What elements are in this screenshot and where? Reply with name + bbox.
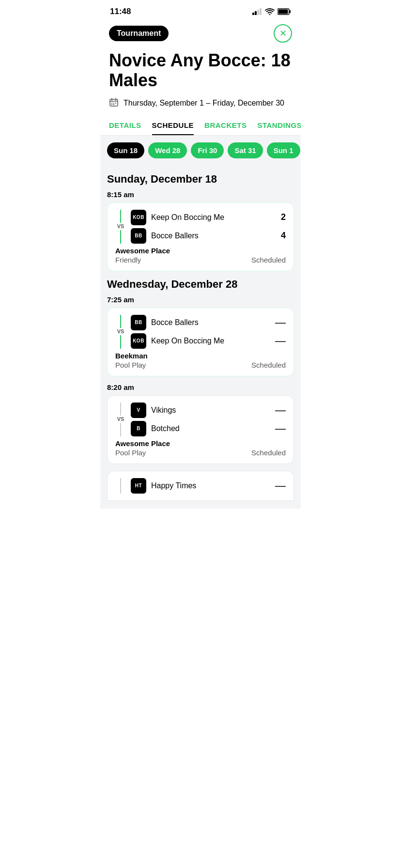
time-label-725: 7:25 am xyxy=(107,295,294,304)
day-pill-wed28[interactable]: Wed 28 xyxy=(148,142,187,158)
date-range: Thursday, September 1 – Friday, December… xyxy=(123,99,284,108)
tab-brackets[interactable]: BRACKETS xyxy=(204,121,247,135)
svg-rect-11 xyxy=(113,104,114,105)
team-score-kob2: — xyxy=(275,335,286,347)
time-label-815: 8:15 am xyxy=(107,190,294,199)
team-score-bb2: — xyxy=(275,316,286,329)
team-badge-kob2: KOB xyxy=(131,333,146,349)
date-row: Thursday, September 1 – Friday, December… xyxy=(109,97,292,109)
team-badge-bb2: BB xyxy=(131,315,146,330)
match-meta-3: Awesome Place Pool Play Scheduled xyxy=(115,439,286,457)
day-pills: Sun 18 Wed 28 Fri 30 Sat 31 Sun 1 Mon 2 xyxy=(100,136,301,165)
time-label-820: 8:20 am xyxy=(107,383,294,391)
match-meta-2: Beekman Pool Play Scheduled xyxy=(115,352,286,369)
vs-column-1: VS xyxy=(115,210,126,244)
header: Tournament ✕ xyxy=(100,20,301,47)
schedule-content: Sunday, December 18 8:15 am VS KOB Keep … xyxy=(100,165,301,509)
match-card-2[interactable]: VS BB Bocce Ballers — KOB Keep On Boccin… xyxy=(107,308,294,376)
svg-rect-0 xyxy=(252,13,254,15)
teams-col-3: V Vikings — B Botched — xyxy=(131,403,286,436)
match-type-3: Pool Play xyxy=(115,449,146,457)
match-card-3[interactable]: VS V Vikings — B Botched — Awesome Place… xyxy=(107,395,294,464)
match-type-1: Friendly xyxy=(115,256,141,264)
day-header-dec18: Sunday, December 18 xyxy=(107,173,294,186)
match-bottom-1: Friendly Scheduled xyxy=(115,256,286,264)
close-icon: ✕ xyxy=(279,28,287,39)
status-bar: 11:48 xyxy=(100,0,301,20)
partial-vs-line xyxy=(120,478,121,494)
partial-card: HT Happy Times — xyxy=(107,471,294,501)
team-score-v: — xyxy=(275,404,286,417)
team-badge-v: V xyxy=(131,403,146,418)
tab-schedule[interactable]: SCHEDULE xyxy=(152,121,194,135)
tournament-badge: Tournament xyxy=(109,26,169,41)
match-card-1[interactable]: VS KOB Keep On Boccing Me 2 BB Bocce Bal… xyxy=(107,202,294,271)
partial-team-badge: HT xyxy=(131,478,146,494)
svg-rect-9 xyxy=(113,103,114,104)
teams-col-2: BB Bocce Ballers — KOB Keep On Boccing M… xyxy=(131,315,286,349)
vs-label-2: VS xyxy=(117,328,124,335)
battery-icon xyxy=(278,8,291,15)
team-row-kob2: KOB Keep On Boccing Me — xyxy=(131,333,286,349)
svg-rect-8 xyxy=(111,103,112,104)
signal-icon xyxy=(252,8,262,15)
vs-line-top-2 xyxy=(120,315,121,328)
status-icons xyxy=(252,8,291,16)
svg-rect-12 xyxy=(115,103,116,104)
team-name-kob: Keep On Boccing Me xyxy=(151,213,271,222)
match-status-3: Scheduled xyxy=(251,449,286,457)
match-location-1: Awesome Place xyxy=(115,247,286,255)
match-type-2: Pool Play xyxy=(115,361,146,369)
day-pill-sun18[interactable]: Sun 18 xyxy=(107,142,144,158)
match-teams-2: VS BB Bocce Ballers — KOB Keep On Boccin… xyxy=(115,315,286,349)
match-teams-1: VS KOB Keep On Boccing Me 2 BB Bocce Bal… xyxy=(115,210,286,244)
match-status-1: Scheduled xyxy=(251,256,286,264)
vs-column-3: VS xyxy=(115,403,126,436)
match-location-3: Awesome Place xyxy=(115,439,286,448)
match-status-2: Scheduled xyxy=(251,361,286,369)
vs-line-top-1 xyxy=(120,210,121,223)
vs-line-bottom-1 xyxy=(120,230,121,244)
match-meta-1: Awesome Place Friendly Scheduled xyxy=(115,247,286,264)
close-button[interactable]: ✕ xyxy=(274,24,292,43)
teams-col-1: KOB Keep On Boccing Me 2 BB Bocce Baller… xyxy=(131,210,286,244)
match-location-2: Beekman xyxy=(115,352,286,360)
match-bottom-3: Pool Play Scheduled xyxy=(115,449,286,457)
day-pill-sat31[interactable]: Sat 31 xyxy=(228,142,262,158)
vs-line-bottom-3 xyxy=(120,423,121,436)
team-score-bb1: 4 xyxy=(276,231,286,241)
day-pill-sun1[interactable]: Sun 1 xyxy=(267,142,300,158)
calendar-icon xyxy=(109,97,119,109)
tab-standings[interactable]: STANDINGS xyxy=(257,121,301,135)
partial-team-row: HT Happy Times — xyxy=(131,478,286,494)
team-badge-bb1: BB xyxy=(131,228,146,244)
svg-rect-5 xyxy=(290,10,291,13)
vs-line-bottom-2 xyxy=(120,335,121,349)
title-section: Novice Any Bocce: 18 Males Thursday, Sep… xyxy=(100,47,301,115)
vs-column-2: VS xyxy=(115,315,126,349)
partial-vs-column xyxy=(115,478,126,494)
team-row-b: B Botched — xyxy=(131,421,286,436)
team-score-b: — xyxy=(275,422,286,435)
match-bottom-2: Pool Play Scheduled xyxy=(115,361,286,369)
svg-rect-10 xyxy=(111,104,112,105)
team-score-kob: 2 xyxy=(276,212,286,222)
team-badge-b: B xyxy=(131,421,146,436)
status-time: 11:48 xyxy=(110,7,131,16)
main-title: Novice Any Bocce: 18 Males xyxy=(109,50,292,91)
match-teams-3: VS V Vikings — B Botched — xyxy=(115,403,286,436)
vs-label-1: VS xyxy=(117,223,124,230)
team-row-kob: KOB Keep On Boccing Me 2 xyxy=(131,210,286,225)
svg-rect-3 xyxy=(260,8,262,15)
day-pill-fri30[interactable]: Fri 30 xyxy=(191,142,224,158)
team-row-bb2: BB Bocce Ballers — xyxy=(131,315,286,330)
wifi-icon xyxy=(265,8,275,16)
day-header-dec28: Wednesday, December 28 xyxy=(107,278,294,291)
partial-teams-col: HT Happy Times — xyxy=(131,478,286,494)
team-name-v: Vikings xyxy=(151,406,270,415)
svg-rect-1 xyxy=(255,11,257,15)
tab-details[interactable]: DETAILS xyxy=(109,121,141,135)
team-badge-kob: KOB xyxy=(131,210,146,225)
team-name-kob2: Keep On Boccing Me xyxy=(151,337,270,345)
partial-match-teams: HT Happy Times — xyxy=(115,478,286,494)
